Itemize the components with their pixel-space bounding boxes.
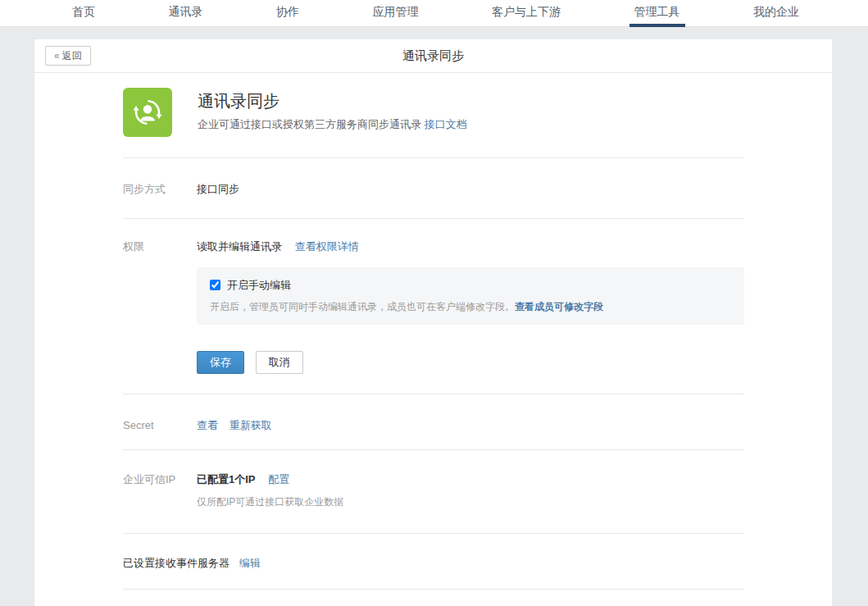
trusted-ip-label: 企业可信IP — [123, 472, 197, 510]
manual-edit-checkbox[interactable] — [210, 280, 220, 290]
trusted-ip-value: 已配置1个IP — [197, 473, 256, 485]
nav-item-customers-upstream[interactable]: 客户与上下游 — [487, 0, 566, 27]
close-sync-row: 关闭接口同步 — [123, 590, 744, 606]
secret-row: Secret 查看 重新获取 — [123, 394, 744, 449]
nav-item-contacts[interactable]: 通讯录 — [164, 0, 208, 27]
nav-item-home[interactable]: 首页 — [67, 0, 100, 27]
permission-detail-link[interactable]: 查看权限详情 — [295, 240, 359, 253]
permission-value: 读取并编辑通讯录 — [197, 240, 282, 253]
app-title: 通讯录同步 — [198, 89, 467, 112]
manual-edit-description: 开启后，管理员可同时手动编辑通讯录，成员也可在客户端修改字段。 — [210, 301, 515, 312]
app-header: 通讯录同步 企业可通过接口或授权第三方服务商同步通讯录 接口文档 — [123, 73, 744, 137]
sync-method-label: 同步方式 — [123, 181, 197, 197]
secret-label: Secret — [123, 417, 197, 433]
trusted-ip-hint: 仅所配IP可通过接口获取企业数据 — [197, 494, 744, 510]
nav-item-my-company[interactable]: 我的企业 — [748, 0, 804, 27]
permission-label: 权限 — [123, 239, 197, 374]
trusted-ip-row: 企业可信IP 已配置1个IP 配置 仅所配IP可通过接口获取企业数据 — [123, 450, 744, 533]
event-server-text: 已设置接收事件服务器 — [123, 557, 229, 569]
nav-item-collaboration[interactable]: 协作 — [271, 0, 304, 27]
save-button[interactable]: 保存 — [197, 351, 244, 374]
nav-item-app-management[interactable]: 应用管理 — [368, 0, 424, 27]
back-chevron-icon: « — [54, 50, 60, 62]
contacts-sync-icon — [123, 88, 172, 137]
sync-method-value: 接口同步 — [197, 181, 744, 197]
nav-item-admin-tools[interactable]: 管理工具 — [629, 0, 685, 27]
cancel-button[interactable]: 取消 — [256, 351, 303, 374]
panel-header: «返回 通讯录同步 — [34, 39, 832, 73]
manual-edit-toggle[interactable]: 开启手动编辑 — [210, 277, 731, 293]
event-server-edit-link[interactable]: 编辑 — [239, 557, 261, 569]
page-background: «返回 通讯录同步 — [0, 27, 868, 606]
sync-method-row: 同步方式 接口同步 — [123, 158, 744, 218]
event-server-row: 已设置接收事件服务器 编辑 — [123, 534, 744, 589]
back-button-label: 返回 — [62, 50, 82, 62]
back-button[interactable]: «返回 — [45, 46, 91, 66]
editable-fields-link[interactable]: 查看成员可修改字段 — [515, 301, 603, 312]
secret-refresh-link[interactable]: 重新获取 — [229, 419, 272, 431]
app-subtitle: 企业可通过接口或授权第三方服务商同步通讯录 — [198, 118, 421, 130]
page-title: 通讯录同步 — [34, 48, 832, 64]
permission-row: 权限 读取并编辑通讯录 查看权限详情 开启手动编辑 开启后，管理员可同时手动编辑… — [123, 219, 744, 394]
content-panel: «返回 通讯录同步 — [34, 39, 832, 606]
secret-view-link[interactable]: 查看 — [197, 419, 218, 431]
panel-content: 通讯录同步 企业可通过接口或授权第三方服务商同步通讯录 接口文档 同步方式 接口… — [34, 73, 832, 606]
top-nav: 首页 通讯录 协作 应用管理 客户与上下游 管理工具 我的企业 — [0, 0, 868, 27]
permission-actions: 保存 取消 — [197, 351, 744, 374]
manual-edit-box: 开启手动编辑 开启后，管理员可同时手动编辑通讯录，成员也可在客户端修改字段。查看… — [197, 267, 744, 325]
trusted-ip-config-link[interactable]: 配置 — [268, 473, 289, 485]
api-doc-link[interactable]: 接口文档 — [425, 118, 467, 130]
manual-edit-checkbox-label: 开启手动编辑 — [227, 277, 291, 293]
